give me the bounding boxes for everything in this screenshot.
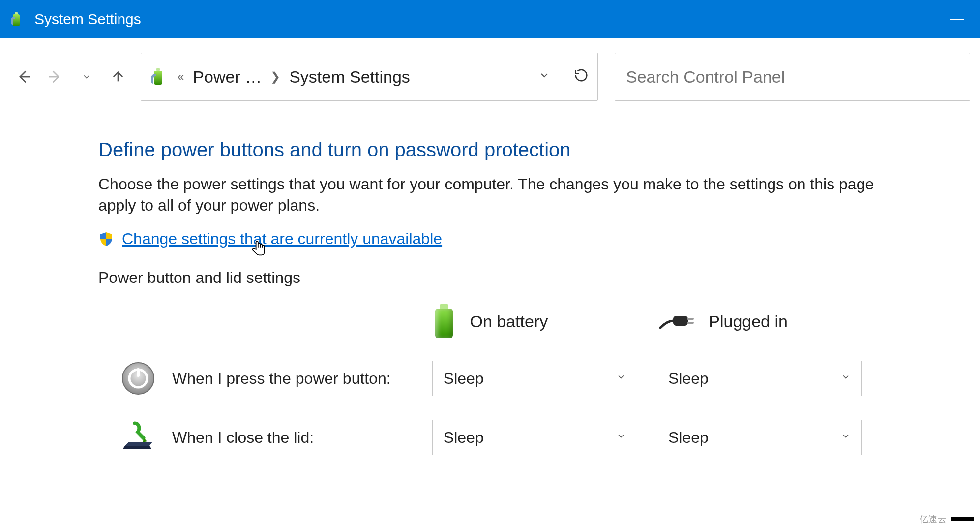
svg-rect-4: [673, 316, 688, 326]
uac-shield-icon: [98, 231, 114, 247]
breadcrumb-item-power[interactable]: Power …: [193, 67, 262, 87]
breadcrumb-overflow-icon[interactable]: «: [178, 70, 184, 84]
chevron-down-icon: [616, 372, 626, 385]
setting-label-close-lid: When I close the lid:: [172, 429, 432, 447]
app-icon: [8, 10, 26, 28]
page-heading: Define power buttons and turn on passwor…: [98, 139, 882, 161]
search-input[interactable]: [626, 67, 959, 87]
admin-link-row: Change settings that are currently unava…: [98, 230, 882, 248]
chevron-down-icon: [616, 431, 626, 444]
section-rule: [311, 278, 882, 278]
power-button-icon: [121, 361, 155, 396]
section-header: Power button and lid settings: [98, 269, 300, 287]
watermark: 亿速云: [920, 513, 975, 525]
page-description: Choose the power settings that you want …: [98, 174, 882, 216]
location-icon: [148, 66, 169, 87]
svg-rect-1: [13, 14, 20, 26]
search-box[interactable]: [615, 53, 970, 101]
svg-rect-5: [687, 318, 694, 320]
column-plugged-in: Plugged in: [656, 309, 882, 334]
dropdown-value: Sleep: [668, 370, 709, 388]
dropdown-power-button-plugged[interactable]: Sleep: [657, 361, 862, 396]
plug-icon: [656, 309, 696, 334]
refresh-button[interactable]: [574, 68, 589, 86]
content-area: Define power buttons and turn on passwor…: [0, 106, 980, 455]
setting-row-close-lid: When I close the lid: Sleep Sleep: [98, 420, 882, 455]
watermark-text: 亿速云: [920, 513, 947, 525]
dropdown-close-lid-battery[interactable]: Sleep: [432, 420, 637, 455]
setting-row-power-button: When I press the power button: Sleep Sle…: [98, 361, 882, 396]
svg-rect-9: [137, 368, 140, 377]
dropdown-value: Sleep: [444, 429, 484, 447]
svg-point-7: [122, 363, 154, 394]
column-on-battery-label: On battery: [470, 312, 548, 331]
breadcrumb-separator-icon: ❯: [270, 70, 280, 84]
column-plugged-in-label: Plugged in: [709, 312, 788, 331]
battery-icon: [431, 304, 457, 339]
nav-row: « Power … ❯ System Settings: [0, 47, 980, 106]
titlebar: System Settings: [0, 0, 980, 38]
dropdown-power-button-battery[interactable]: Sleep: [432, 361, 637, 396]
up-button[interactable]: [104, 63, 132, 91]
svg-rect-6: [687, 322, 694, 324]
svg-rect-2: [156, 68, 160, 71]
window-title: System Settings: [34, 11, 141, 28]
setting-label-power-button: When I press the power button:: [172, 370, 432, 388]
address-bar[interactable]: « Power … ❯ System Settings: [141, 53, 598, 101]
address-dropdown-icon[interactable]: [538, 69, 550, 85]
change-unavailable-settings-link[interactable]: Change settings that are currently unava…: [122, 230, 442, 248]
back-button[interactable]: [10, 63, 37, 91]
minimize-button[interactable]: [943, 9, 972, 29]
svg-rect-0: [15, 12, 18, 14]
breadcrumb-item-system-settings[interactable]: System Settings: [289, 67, 410, 87]
column-on-battery: On battery: [431, 304, 656, 339]
recent-locations-button[interactable]: [73, 63, 100, 91]
close-lid-icon: [121, 420, 155, 455]
svg-rect-3: [154, 71, 162, 85]
dropdown-close-lid-plugged[interactable]: Sleep: [657, 420, 862, 455]
forward-button[interactable]: [41, 63, 69, 91]
chevron-down-icon: [841, 372, 851, 385]
dropdown-value: Sleep: [668, 429, 709, 447]
section-header-row: Power button and lid settings: [98, 269, 882, 287]
chevron-down-icon: [841, 431, 851, 444]
dropdown-value: Sleep: [444, 370, 484, 388]
column-headers: On battery Plugged in: [98, 304, 882, 339]
